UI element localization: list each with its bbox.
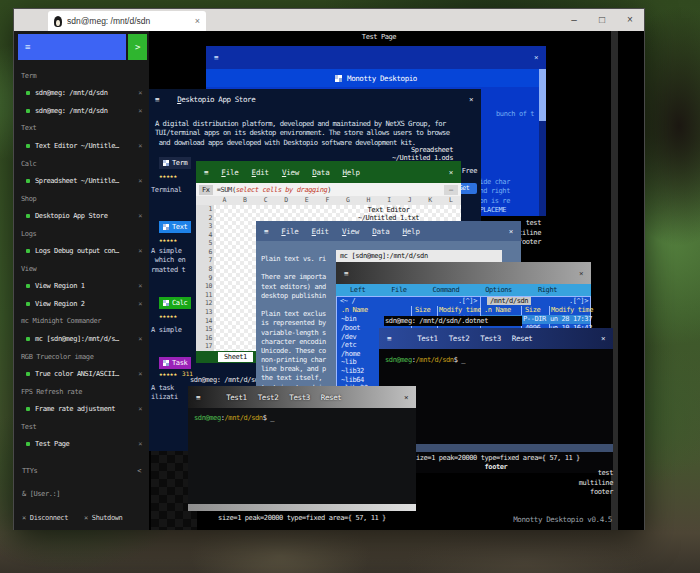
- tab-button[interactable]: Test2: [258, 393, 279, 402]
- panel-path-row[interactable]: /mnt/d/sdn.[^]>: [481, 297, 590, 306]
- row-number[interactable]: 7: [196, 256, 214, 265]
- taskbar-row[interactable]: Logs: [14, 225, 149, 243]
- window-menu-icon[interactable]: ≡: [336, 269, 356, 278]
- menu-item[interactable]: Edit: [252, 168, 269, 177]
- close-icon[interactable]: ×: [396, 393, 416, 402]
- user-row[interactable]: & [User.:]: [14, 484, 149, 504]
- row-number[interactable]: 14: [196, 317, 214, 326]
- menu-item[interactable]: File: [221, 168, 238, 177]
- taskbar-row[interactable]: RGB Truecolor image: [14, 348, 149, 366]
- tab-button[interactable]: Test3: [480, 334, 501, 343]
- ttys-row[interactable]: TTYs <: [14, 461, 149, 481]
- app-chip-text[interactable]: Text: [159, 221, 191, 233]
- app-chip-task[interactable]: Task: [159, 357, 191, 369]
- sheet-tab[interactable]: Sheet1: [218, 352, 253, 362]
- close-button[interactable]: ×: [616, 9, 644, 31]
- taskbar-row[interactable]: Term: [14, 67, 149, 85]
- close-icon[interactable]: ×: [134, 212, 142, 220]
- taskbar-row[interactable]: Spreadsheet ~/Untitle… ×: [14, 172, 149, 190]
- row-number[interactable]: 4: [196, 231, 214, 240]
- taskbar-menu-button[interactable]: ≡: [18, 34, 126, 60]
- mc-menu-item[interactable]: Right: [538, 286, 557, 294]
- scrollbar-thumb[interactable]: [539, 69, 546, 121]
- row-number[interactable]: 9: [196, 274, 214, 283]
- terminal-tab[interactable]: sdn@meg: /mnt/d/sdn ×: [48, 11, 206, 31]
- app-store-titlebar[interactable]: ≡ Desktopio App Store ×: [147, 89, 481, 109]
- row-number[interactable]: 6: [196, 248, 214, 257]
- taskbar-row[interactable]: Logs Debug output con… ×: [14, 242, 149, 260]
- app-chip-calc[interactable]: Calc: [159, 297, 191, 309]
- close-icon[interactable]: ×: [134, 405, 142, 413]
- tab-button[interactable]: Reset: [321, 393, 342, 402]
- window-menu-icon[interactable]: ≡: [206, 53, 226, 62]
- close-icon[interactable]: ×: [134, 107, 142, 115]
- taskbar-row[interactable]: Frame rate adjustment ×: [14, 400, 149, 418]
- test-page-titlebar[interactable]: ≡ ×: [206, 46, 546, 69]
- disconnect-button[interactable]: Disconnect: [30, 514, 68, 522]
- shell-prompt[interactable]: sdn@meg:/mnt/d/sdn$ _: [385, 356, 465, 364]
- taskbar-row[interactable]: mc [sdn@meg]:/mnt/d/s… ×: [14, 330, 149, 348]
- menu-item[interactable]: File: [281, 227, 298, 236]
- gray-window-titlebar[interactable]: ≡ Test1Test2Test3Reset ×: [188, 386, 416, 408]
- taskbar-row[interactable]: View Region 1 ×: [14, 278, 149, 296]
- app-chip-term[interactable]: Term: [159, 157, 191, 169]
- taskbar-row[interactable]: View Region 2 ×: [14, 295, 149, 313]
- tab-button[interactable]: Test1: [417, 334, 438, 343]
- tab-button[interactable]: Reset: [512, 334, 533, 343]
- close-icon[interactable]: ×: [134, 177, 142, 185]
- tab-close-icon[interactable]: ×: [195, 16, 200, 26]
- taskbar-row[interactable]: True color ANSI/ASCII… ×: [14, 365, 149, 383]
- fx-button[interactable]: Fx: [199, 185, 213, 195]
- row-number[interactable]: 16: [196, 334, 214, 343]
- menu-item[interactable]: Data: [312, 168, 329, 177]
- taskbar-row[interactable]: Calc: [14, 155, 149, 173]
- taskbar-row[interactable]: mc Midnight Commander: [14, 313, 149, 331]
- close-icon[interactable]: ×: [461, 95, 481, 104]
- mc-titlebar[interactable]: ≡ ×: [336, 262, 591, 284]
- mc-menu-item[interactable]: Options: [485, 286, 512, 294]
- mc-menu-item[interactable]: Left: [350, 286, 365, 294]
- taskbar-row[interactable]: Text Editor ~/Untitle… ×: [14, 137, 149, 155]
- close-icon[interactable]: ×: [449, 168, 453, 177]
- row-number[interactable]: 10: [196, 282, 214, 291]
- row-number[interactable]: 13: [196, 308, 214, 317]
- close-icon[interactable]: ×: [526, 53, 546, 62]
- close-icon[interactable]: ×: [134, 300, 142, 308]
- close-icon[interactable]: ×: [134, 89, 142, 97]
- taskbar-row[interactable]: sdn@meg: /mnt/d/sdn ×: [14, 102, 149, 120]
- close-icon[interactable]: ×: [134, 440, 142, 448]
- row-number[interactable]: 8: [196, 265, 214, 274]
- row-number[interactable]: 5: [196, 239, 214, 248]
- taskbar-row[interactable]: Test Page ×: [14, 435, 149, 453]
- mc-menu-item[interactable]: Command: [433, 286, 460, 294]
- menu-item[interactable]: Data: [372, 227, 389, 236]
- taskbar-expand-button[interactable]: >: [128, 34, 147, 60]
- column-header[interactable]: A: [214, 196, 235, 205]
- close-icon[interactable]: ×: [134, 335, 142, 343]
- menu-item[interactable]: View: [282, 168, 299, 177]
- menu-item[interactable]: Help: [342, 168, 359, 177]
- tab-button[interactable]: Test1: [226, 393, 247, 402]
- shutdown-button[interactable]: Shutdown: [92, 514, 123, 522]
- close-icon[interactable]: ×: [134, 247, 142, 255]
- window-menu-icon[interactable]: ≡: [204, 168, 208, 177]
- taskbar-row[interactable]: Desktopio App Store ×: [14, 207, 149, 225]
- close-icon[interactable]: ×: [134, 282, 142, 290]
- window-menu-icon[interactable]: ≡: [188, 393, 208, 402]
- menu-item[interactable]: Help: [402, 227, 419, 236]
- row-number[interactable]: 1: [196, 205, 214, 214]
- maximize-button[interactable]: □: [588, 9, 616, 31]
- menu-item[interactable]: Edit: [312, 227, 329, 236]
- minimize-icon[interactable]: –: [444, 185, 458, 195]
- panel-column-headers[interactable]: .n NameSizeModify time: [481, 306, 590, 315]
- close-icon[interactable]: ×: [571, 269, 591, 278]
- window-menu-icon[interactable]: ≡: [379, 334, 399, 343]
- row-number[interactable]: 11: [196, 291, 214, 300]
- tab-button[interactable]: Test3: [289, 393, 310, 402]
- collapse-icon[interactable]: <: [137, 467, 141, 475]
- tab-button[interactable]: Test2: [449, 334, 470, 343]
- row-number[interactable]: 15: [196, 325, 214, 334]
- taskbar-row[interactable]: Text: [14, 120, 149, 138]
- shell-prompt[interactable]: sdn@meg:/mnt/d/sdn$ _: [194, 414, 274, 422]
- row-number[interactable]: 17: [196, 342, 214, 351]
